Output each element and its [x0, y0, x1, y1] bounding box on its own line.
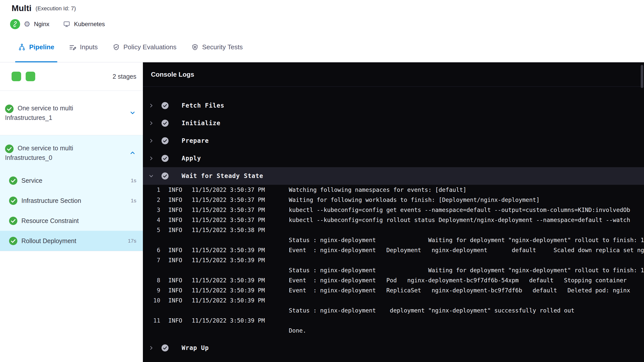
- chevron-right-icon[interactable]: [148, 156, 154, 161]
- console-step-label: Initialize: [182, 120, 221, 127]
- stage-header[interactable]: One service to multi Infrastructures_0: [0, 135, 143, 170]
- tab-inputs[interactable]: Inputs: [63, 32, 103, 62]
- log-message: Status : nginx-deployment deployment "ng…: [289, 305, 644, 315]
- infrastructure-name[interactable]: Kubernetes: [74, 21, 105, 28]
- stage-label-wrap: One service to multi Infrastructures_1: [5, 104, 116, 122]
- chevron-down-icon[interactable]: [148, 173, 154, 179]
- chevron-up-icon[interactable]: [128, 148, 137, 158]
- console-scrollbar-thumb[interactable]: [641, 65, 643, 88]
- log-message: Event : nginx-deployment Deployment ngin…: [289, 245, 644, 255]
- step-row[interactable]: Resource Constraint: [0, 211, 143, 231]
- success-check-icon: [9, 217, 17, 225]
- log-line-number: [143, 265, 160, 275]
- log-timestamp: [192, 235, 289, 245]
- log-lines: 1 INFO 11/15/2022 3:50:37 PM Watching fo…: [143, 185, 644, 336]
- stage-status-squares: [12, 72, 35, 81]
- log-timestamp: 11/15/2022 3:50:39 PM: [192, 255, 289, 265]
- stage-card-infrastructures-0[interactable]: One service to multi Infrastructures_0 S…: [0, 135, 143, 251]
- cd-service-icon: [10, 19, 20, 29]
- step-row[interactable]: Infrastructure Section 1s: [0, 191, 143, 211]
- stage-square-icon: [26, 72, 35, 81]
- console-step-row[interactable]: Fetch Files: [143, 97, 644, 114]
- chevron-right-icon[interactable]: [148, 138, 154, 144]
- step-row[interactable]: Service 1s: [0, 170, 143, 191]
- log-line-number: 3: [143, 205, 160, 215]
- tab-label: Security Tests: [202, 43, 243, 51]
- console-step-row-expanded[interactable]: Wait for Steady State: [143, 167, 644, 185]
- tab-security-tests[interactable]: Security Tests: [186, 32, 248, 62]
- stage-card-infrastructures-1[interactable]: One service to multi Infrastructures_1: [0, 91, 143, 135]
- success-check-icon: [5, 105, 14, 113]
- success-check-icon: [9, 197, 17, 205]
- service-infra-row: ⚙ Nginx Kubernetes: [0, 16, 644, 32]
- log-line-number: 8: [143, 275, 160, 285]
- service-name[interactable]: Nginx: [34, 21, 49, 28]
- console-step-label: Wait for Steady State: [182, 172, 263, 179]
- console-title: Console Logs: [151, 71, 194, 78]
- log-level: INFO: [168, 205, 192, 215]
- console-step-row[interactable]: Prepare: [143, 132, 644, 150]
- log-level: INFO: [168, 185, 192, 195]
- log-message: Status : nginx-deployment Waiting for de…: [289, 235, 644, 245]
- success-check-icon: [9, 237, 17, 245]
- log-level: INFO: [168, 295, 192, 305]
- log-line: 10 INFO 11/15/2022 3:50:39 PM: [143, 295, 644, 305]
- log-line: Status : nginx-deployment deployment "ng…: [143, 305, 644, 315]
- chevron-right-icon[interactable]: [148, 103, 154, 108]
- log-level: INFO: [168, 285, 192, 295]
- log-message: Status : nginx-deployment Waiting for de…: [289, 265, 644, 275]
- tab-pipeline[interactable]: Pipeline: [13, 32, 60, 62]
- inputs-icon: [69, 43, 76, 51]
- log-line-number: [143, 305, 160, 315]
- step-label: Service: [21, 177, 42, 184]
- log-level: [168, 305, 192, 315]
- log-level: INFO: [168, 215, 192, 225]
- log-level: [168, 265, 192, 275]
- log-level: [168, 235, 192, 245]
- tab-policy-evaluations[interactable]: Policy Evaluations: [107, 32, 182, 62]
- success-check-icon: [5, 145, 14, 153]
- log-level: [168, 326, 192, 336]
- console-steps-after: Wrap Up: [143, 339, 644, 357]
- step-success-icon: [162, 120, 169, 127]
- log-line-number: 10: [143, 295, 160, 305]
- stages-summary: 2 stages: [0, 62, 143, 91]
- log-line-number: 5: [143, 225, 160, 235]
- log-message: Waiting for following workloads to finis…: [289, 195, 644, 205]
- chevron-down-icon[interactable]: [128, 108, 137, 118]
- log-line-number: 7: [143, 255, 160, 265]
- console-step-label: Fetch Files: [182, 102, 224, 109]
- log-message: [289, 315, 644, 326]
- step-success-icon: [162, 344, 169, 351]
- log-line: Done.: [143, 326, 644, 336]
- log-timestamp: [192, 326, 289, 336]
- step-list: Service 1s Infrastructure Section 1s: [0, 170, 143, 251]
- log-timestamp: 11/15/2022 3:50:39 PM: [192, 245, 289, 255]
- log-message: Watching following namespaces for events…: [289, 185, 644, 195]
- infrastructure-icon: [63, 20, 70, 28]
- log-timestamp: 11/15/2022 3:50:39 PM: [192, 275, 289, 285]
- log-line: 5 INFO 11/15/2022 3:50:38 PM: [143, 225, 644, 235]
- log-line-number: [143, 326, 160, 336]
- log-level: INFO: [168, 195, 192, 205]
- console-step-row[interactable]: Wrap Up: [143, 339, 644, 357]
- pipeline-icon: [18, 43, 26, 51]
- log-line: 7 INFO 11/15/2022 3:50:39 PM: [143, 255, 644, 265]
- step-row[interactable]: Rollout Deployment 17s: [0, 231, 143, 251]
- log-level: INFO: [168, 275, 192, 285]
- log-timestamp: 11/15/2022 3:50:37 PM: [192, 195, 289, 205]
- log-level: INFO: [168, 315, 192, 326]
- stages-sidebar: 2 stages One service to multi Infrastruc…: [0, 62, 143, 362]
- chevron-right-icon[interactable]: [148, 345, 154, 351]
- log-timestamp: 11/15/2022 3:50:37 PM: [192, 185, 289, 195]
- stage-header[interactable]: One service to multi Infrastructures_1: [0, 91, 143, 135]
- log-timestamp: 11/15/2022 3:50:39 PM: [192, 285, 289, 295]
- tab-label: Inputs: [80, 43, 98, 51]
- log-message: kubectl --kubeconfig=config rollout stat…: [289, 215, 644, 225]
- console-step-row[interactable]: Apply: [143, 150, 644, 167]
- step-label: Resource Constraint: [21, 217, 79, 224]
- tab-label: Policy Evaluations: [124, 43, 177, 51]
- chevron-right-icon[interactable]: [148, 120, 154, 126]
- console-step-row[interactable]: Initialize: [143, 114, 644, 132]
- log-line-number: 9: [143, 285, 160, 295]
